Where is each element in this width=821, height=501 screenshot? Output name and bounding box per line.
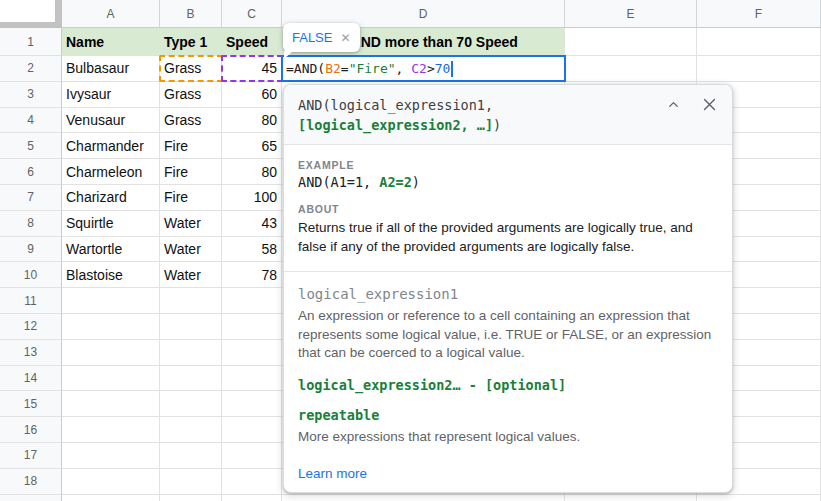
cell-E2[interactable] xyxy=(565,56,697,82)
cell-B6[interactable]: Fire xyxy=(160,159,222,185)
column-header-E[interactable]: E xyxy=(565,0,697,28)
cell-C1[interactable]: Speed xyxy=(222,28,282,56)
cell-B2[interactable]: Grass xyxy=(160,56,222,82)
cell-C19[interactable] xyxy=(222,495,282,501)
cell-E1[interactable] xyxy=(565,28,697,56)
cell-B5[interactable]: Fire xyxy=(160,133,222,159)
chip-pointer xyxy=(284,51,293,59)
row-header-13[interactable]: 13 xyxy=(0,340,62,366)
cell-B17[interactable] xyxy=(160,443,222,469)
cell-C17[interactable] xyxy=(222,443,282,469)
row-header-2[interactable]: 2 xyxy=(0,56,62,82)
column-header-B[interactable]: B xyxy=(160,0,222,28)
row-header-15[interactable]: 15 xyxy=(0,391,62,417)
row-header-5[interactable]: 5 xyxy=(0,133,62,159)
cell-A1[interactable]: Name xyxy=(62,28,160,56)
cell-A8[interactable]: Squirtle xyxy=(62,211,160,237)
cell-A16[interactable] xyxy=(62,417,160,443)
cell-F2[interactable] xyxy=(697,56,821,82)
column-header-C[interactable]: C xyxy=(222,0,282,28)
cell-A3[interactable]: Ivysaur xyxy=(62,82,160,108)
cell-A14[interactable] xyxy=(62,366,160,392)
cell-B13[interactable] xyxy=(160,340,222,366)
cell-C14[interactable] xyxy=(222,366,282,392)
cell-C15[interactable] xyxy=(222,391,282,417)
cell-D19[interactable] xyxy=(282,495,565,501)
row-header-17[interactable]: 17 xyxy=(0,443,62,469)
chip-close-icon[interactable]: ✕ xyxy=(340,31,350,45)
cell-B4[interactable]: Grass xyxy=(160,108,222,134)
cell-A12[interactable] xyxy=(62,314,160,340)
row-header-3[interactable]: 3 xyxy=(0,82,62,108)
cell-C6[interactable]: 80 xyxy=(222,159,282,185)
cell-B12[interactable] xyxy=(160,314,222,340)
cell-B16[interactable] xyxy=(160,417,222,443)
chevron-up-icon[interactable] xyxy=(666,97,681,112)
cell-C8[interactable]: 43 xyxy=(222,211,282,237)
select-all-corner[interactable] xyxy=(0,0,62,28)
cell-A2[interactable]: Bulbasaur xyxy=(62,56,160,82)
cell-B7[interactable]: Fire xyxy=(160,185,222,211)
row-header-16[interactable]: 16 xyxy=(0,417,62,443)
cell-B10[interactable]: Water xyxy=(160,262,222,288)
parameter-list: logical_expression1An expression or refe… xyxy=(298,286,716,446)
cell-A11[interactable] xyxy=(62,288,160,314)
cell-A4[interactable]: Venusaur xyxy=(62,108,160,134)
cell-C5[interactable]: 65 xyxy=(222,133,282,159)
cell-B9[interactable]: Water xyxy=(160,237,222,263)
row-header-9[interactable]: 9 xyxy=(0,237,62,263)
cell-A9[interactable]: Wartortle xyxy=(62,237,160,263)
cell-C11[interactable] xyxy=(222,288,282,314)
close-icon[interactable] xyxy=(701,96,718,113)
cell-C9[interactable]: 58 xyxy=(222,237,282,263)
cell-B19[interactable] xyxy=(160,495,222,501)
row-header-12[interactable]: 12 xyxy=(0,314,62,340)
cell-A6[interactable]: Charmeleon xyxy=(62,159,160,185)
cell-C16[interactable] xyxy=(222,417,282,443)
row-header-18[interactable]: 18 xyxy=(0,469,62,495)
cell-B11[interactable] xyxy=(160,288,222,314)
row-header-4[interactable]: 4 xyxy=(0,108,62,134)
cell-A19[interactable] xyxy=(62,495,160,501)
row-header-7[interactable]: 7 xyxy=(0,185,62,211)
cell-A7[interactable]: Charizard xyxy=(62,185,160,211)
cell-A18[interactable] xyxy=(62,469,160,495)
column-header-A[interactable]: A xyxy=(62,0,160,28)
cell-editor-d2[interactable]: =AND(B2="Fire", C2>70 xyxy=(281,55,566,82)
parameter-name: logical_expression1 xyxy=(298,286,716,302)
cell-C3[interactable]: 60 xyxy=(222,82,282,108)
cell-F1[interactable] xyxy=(697,28,821,56)
parameter-block: logical_expression1An expression or refe… xyxy=(298,286,716,363)
column-header-F[interactable]: F xyxy=(697,0,821,28)
row-header-11[interactable]: 11 xyxy=(0,288,62,314)
cell-A13[interactable] xyxy=(62,340,160,366)
example-suffix: ) xyxy=(412,174,420,190)
cell-B18[interactable] xyxy=(160,469,222,495)
cell-B14[interactable] xyxy=(160,366,222,392)
cell-C12[interactable] xyxy=(222,314,282,340)
cell-F19[interactable] xyxy=(697,495,821,501)
cell-E19[interactable] xyxy=(565,495,697,501)
cell-C13[interactable] xyxy=(222,340,282,366)
cell-B1[interactable]: Type 1 xyxy=(160,28,222,56)
cell-C18[interactable] xyxy=(222,469,282,495)
cell-B3[interactable]: Grass xyxy=(160,82,222,108)
cell-A17[interactable] xyxy=(62,443,160,469)
cell-C4[interactable]: 80 xyxy=(222,108,282,134)
cell-A5[interactable]: Charmander xyxy=(62,133,160,159)
row-header-8[interactable]: 8 xyxy=(0,211,62,237)
formula-token: "Fire" xyxy=(349,61,396,76)
row-header-19[interactable]: 19 xyxy=(0,495,62,501)
cell-B8[interactable]: Water xyxy=(160,211,222,237)
row-header-6[interactable]: 6 xyxy=(0,159,62,185)
cell-C7[interactable]: 100 xyxy=(222,185,282,211)
cell-A15[interactable] xyxy=(62,391,160,417)
cell-C2[interactable]: 45 xyxy=(222,56,282,82)
row-header-14[interactable]: 14 xyxy=(0,366,62,392)
row-header-10[interactable]: 10 xyxy=(0,262,62,288)
cell-B15[interactable] xyxy=(160,391,222,417)
cell-C10[interactable]: 78 xyxy=(222,262,282,288)
row-header-1[interactable]: 1 xyxy=(0,28,62,56)
learn-more-link[interactable]: Learn more xyxy=(298,466,367,481)
cell-A10[interactable]: Blastoise xyxy=(62,262,160,288)
